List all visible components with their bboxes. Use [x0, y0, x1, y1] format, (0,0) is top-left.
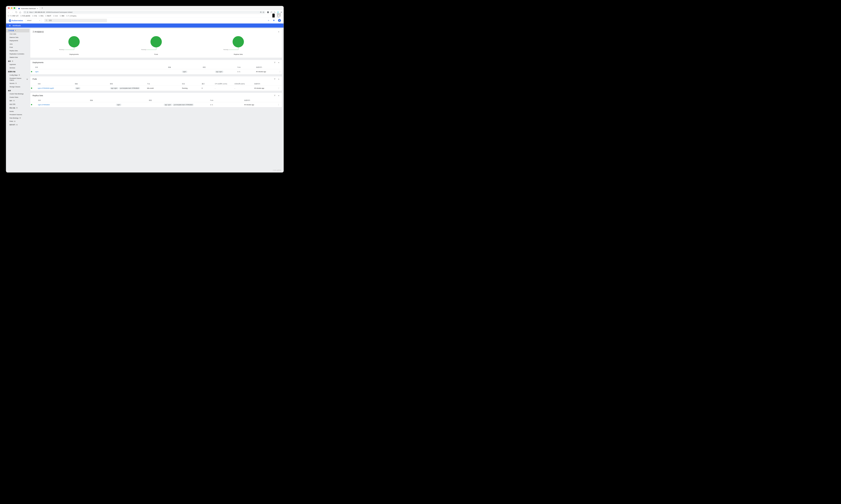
- sidebar-item[interactable]: Jobs: [6, 42, 30, 46]
- brand[interactable]: kubernetes: [9, 19, 23, 22]
- sidebar-item[interactable]: 配置和存储: [6, 70, 30, 73]
- col-created[interactable]: 创建时间 ↑: [255, 65, 278, 69]
- sidebar-item[interactable]: Cluster Role Bindings: [6, 92, 30, 96]
- close-window-icon[interactable]: [8, 7, 10, 9]
- sidebar-item[interactable]: Deployments: [6, 39, 30, 42]
- bookmark-item[interactable]: 翻墙: [60, 15, 64, 17]
- svg-line-13: [47, 21, 47, 21]
- bookmark-item[interactable]: 阿里云服务器: [20, 15, 31, 17]
- forward-button[interactable]: [11, 11, 14, 14]
- sync-icon[interactable]: [270, 11, 272, 13]
- col-created[interactable]: 创建时间 ↑: [254, 82, 275, 86]
- sidebar-item[interactable]: Services: [6, 66, 30, 70]
- home-button[interactable]: [19, 11, 21, 14]
- sidebar-item[interactable]: SecretsN: [6, 82, 30, 85]
- filter-icon[interactable]: [274, 62, 276, 64]
- new-tab-button[interactable]: ＋: [40, 6, 45, 10]
- collapse-icon[interactable]: [278, 94, 280, 96]
- col-pods[interactable]: Pods: [237, 65, 255, 69]
- sidebar-item[interactable]: Ingresses: [6, 63, 30, 66]
- col-name[interactable]: 名称: [37, 98, 89, 102]
- sidebar-item[interactable]: Replica Sets: [6, 49, 30, 52]
- sidebar-item[interactable]: Daemon Sets: [6, 36, 30, 39]
- col-name[interactable]: 名称: [37, 82, 74, 86]
- pod-link[interactable]: nginx-6799fc88d8-qsg99: [38, 87, 54, 89]
- bookmark-item[interactable]: tools: [53, 15, 58, 17]
- sidebar-item[interactable]: Nodes: [6, 110, 30, 113]
- menu-icon[interactable]: [280, 11, 282, 13]
- sidebar-item[interactable]: 工作负载N: [6, 29, 30, 33]
- label-chip: app: nginx: [164, 104, 172, 106]
- extension-icon[interactable]: [277, 11, 279, 13]
- col-image[interactable]: 镜像: [89, 98, 148, 102]
- sidebar-item[interactable]: Replication Controllers: [6, 52, 30, 56]
- filter-icon[interactable]: [274, 94, 276, 96]
- col-labels[interactable]: 标签: [202, 65, 237, 69]
- bookmark-item[interactable]: 个人博客+仓库: [8, 15, 18, 17]
- col-image[interactable]: 镜像: [74, 82, 109, 86]
- maximize-window-icon[interactable]: [14, 7, 15, 9]
- sidebar-item[interactable]: Storage Classes: [6, 85, 30, 89]
- namespace-select[interactable]: default: [25, 19, 41, 22]
- col-cpu[interactable]: CPU 使用率 (cores): [214, 82, 234, 86]
- row-menu-button[interactable]: ⋮: [275, 86, 282, 91]
- col-created[interactable]: 创建时间 ↑: [243, 98, 275, 102]
- col-restarts[interactable]: 重启: [201, 82, 214, 86]
- col-status[interactable]: 状态: [182, 82, 201, 86]
- col-labels[interactable]: 标签: [148, 98, 209, 102]
- close-tab-icon[interactable]: ✕: [37, 8, 38, 10]
- col-name[interactable]: 名称: [35, 65, 168, 69]
- sidebar-item[interactable]: Stateful Sets: [6, 56, 30, 59]
- sidebar-item[interactable]: 事件N: [6, 99, 30, 103]
- sidebar-item[interactable]: Persistent Volume ClaimsN: [6, 77, 30, 82]
- create-button[interactable]: [267, 19, 270, 22]
- search-input[interactable]: 搜索: [45, 19, 107, 22]
- sidebar-item[interactable]: Cron Jobs: [6, 33, 30, 36]
- sidebar-item[interactable]: Pods: [6, 46, 30, 49]
- sidebar-item[interactable]: 服务账号N: [6, 123, 30, 127]
- collapse-icon[interactable]: [278, 62, 280, 64]
- deployment-link[interactable]: nginx: [35, 71, 38, 73]
- col-image[interactable]: 镜像: [168, 65, 202, 69]
- bookmark-item[interactable]: 后端: [32, 15, 37, 17]
- sidebar-item[interactable]: 集群: [6, 89, 30, 92]
- bookmark-item[interactable]: IT_zhengqing: [66, 15, 76, 17]
- app-header: kubernetes default 搜索: [6, 18, 284, 23]
- filter-icon[interactable]: [274, 78, 276, 80]
- replicaset-link[interactable]: nginx-6799fc88d8: [38, 104, 50, 105]
- row-menu-button[interactable]: ⋮: [275, 102, 282, 107]
- page-title: Workloads: [13, 24, 21, 26]
- row-menu-button[interactable]: ⋮: [278, 69, 282, 74]
- col-mem[interactable]: 内存使用 (bytes): [234, 82, 254, 86]
- address-bar[interactable]: https://192.168.101.20:30586/#!/workload…: [23, 11, 265, 14]
- reader-mode-icon[interactable]: 阅: [260, 11, 261, 13]
- collapse-icon[interactable]: [278, 31, 280, 33]
- sidebar-item[interactable]: RolesN: [6, 120, 30, 123]
- sidebar-item[interactable]: Persistent Volumes: [6, 113, 30, 116]
- badge-icon[interactable]: 9: [267, 11, 269, 13]
- col-node[interactable]: 节点: [147, 82, 182, 86]
- collapse-icon[interactable]: [278, 78, 280, 80]
- sidebar-item[interactable]: Role BindingsN: [6, 116, 30, 120]
- minimize-window-icon[interactable]: [11, 7, 13, 9]
- col-labels[interactable]: 标签: [109, 82, 146, 86]
- window-controls[interactable]: [7, 6, 16, 10]
- sidebar-item[interactable]: 网络策略N: [6, 106, 30, 110]
- browser-tab[interactable]: Kubernetes Dashboard ✕: [17, 7, 39, 10]
- account-button[interactable]: [278, 19, 281, 22]
- sidebar-item[interactable]: Config MapsN: [6, 73, 30, 77]
- notifications-button[interactable]: [273, 19, 275, 22]
- bookmark-star-icon[interactable]: [262, 11, 264, 13]
- svg-marker-2: [263, 12, 264, 13]
- svg-point-10: [10, 20, 11, 21]
- bookmark-item[interactable]: 数据库: [45, 15, 51, 17]
- back-button[interactable]: [7, 11, 10, 14]
- undo-icon[interactable]: [274, 11, 276, 13]
- sidebar-item[interactable]: Cluster Roles: [6, 95, 30, 99]
- sidebar-item[interactable]: 命名空间: [6, 103, 30, 106]
- bookmark-item[interactable]: 前端: [39, 15, 44, 17]
- hamburger-icon[interactable]: [9, 24, 11, 26]
- sidebar-item[interactable]: 服务N: [6, 59, 30, 63]
- col-pods[interactable]: Pods: [209, 98, 243, 102]
- reload-button[interactable]: [15, 11, 18, 14]
